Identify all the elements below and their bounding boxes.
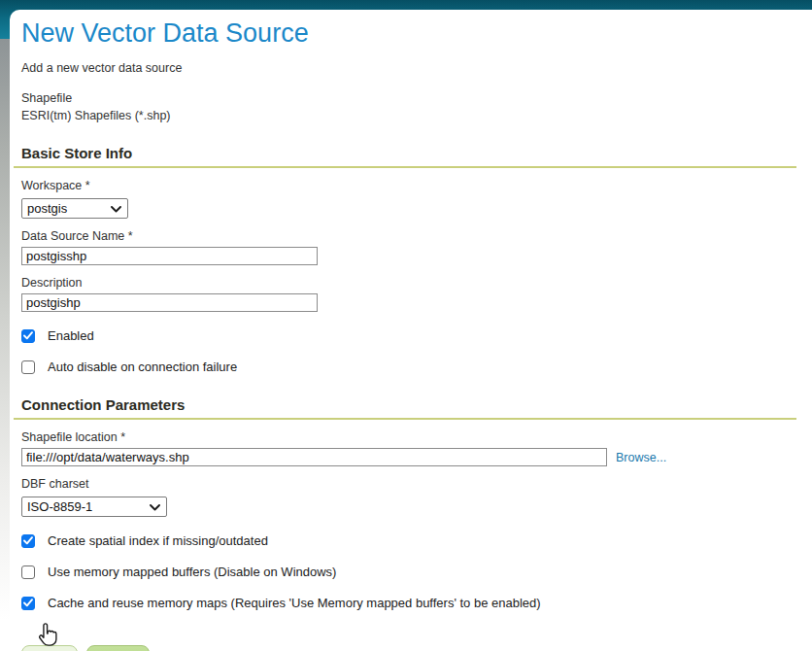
workspace-label: Workspace * [21, 179, 796, 192]
page-subtitle: Add a new vector data source [21, 61, 796, 75]
cache-memory-maps-row: Cache and reuse memory maps (Requires 'U… [21, 596, 796, 610]
auto-disable-checkbox[interactable] [21, 360, 35, 374]
description-input[interactable] [21, 293, 318, 312]
memory-mapped-checkbox-label[interactable]: Use memory mapped buffers (Disable on Wi… [48, 565, 336, 579]
store-type-name: Shapefile [21, 91, 796, 105]
check-icon [23, 331, 33, 340]
shapefile-location-label: Shapefile location * [21, 430, 796, 444]
enabled-row: Enabled [21, 328, 796, 343]
auto-disable-row: Auto disable on connection failure [21, 360, 796, 374]
cache-memory-maps-checkbox-label[interactable]: Cache and reuse memory maps (Requires 'U… [48, 596, 541, 610]
enabled-checkbox-label[interactable]: Enabled [48, 328, 94, 343]
page-left-shadow [0, 39, 10, 651]
enabled-checkbox[interactable] [21, 329, 35, 343]
apply-button[interactable]: Apply [86, 645, 149, 651]
workspace-select[interactable]: postgis [21, 198, 128, 219]
workspace-select-wrap: postgis [21, 198, 128, 219]
description-label: Description [21, 276, 796, 290]
check-icon [23, 536, 33, 545]
dbf-charset-label: DBF charset [21, 477, 796, 491]
page-title: New Vector Data Source [21, 17, 796, 49]
spatial-index-checkbox-label[interactable]: Create spatial index if missing/outdated [48, 533, 268, 548]
spatial-index-checkbox[interactable] [21, 534, 35, 548]
content-panel: New Vector Data Source Add a new vector … [10, 10, 812, 651]
spatial-index-row: Create spatial index if missing/outdated [21, 533, 796, 548]
shapefile-location-input[interactable] [21, 448, 607, 466]
data-source-name-input[interactable] [21, 247, 318, 265]
auto-disable-checkbox-label[interactable]: Auto disable on connection failure [48, 360, 237, 374]
check-icon [23, 599, 33, 607]
data-source-name-label: Data Source Name * [21, 229, 796, 243]
form-actions: Save Apply Cancel [21, 645, 796, 651]
dbf-charset-select-wrap: ISO-8859-1 [21, 497, 167, 517]
memory-mapped-row: Use memory mapped buffers (Disable on Wi… [21, 565, 796, 579]
save-button[interactable]: Save [21, 645, 78, 651]
store-type-description: ESRI(tm) Shapefiles (*.shp) [21, 109, 796, 122]
basic-store-info-heading: Basic Store Info [14, 145, 796, 168]
connection-parameters-heading: Connection Parameters [14, 396, 796, 420]
browse-link[interactable]: Browse... [616, 451, 666, 464]
shapefile-location-row: Browse... [21, 444, 796, 466]
dbf-charset-select[interactable]: ISO-8859-1 [21, 497, 167, 517]
cache-memory-maps-checkbox[interactable] [21, 597, 35, 610]
memory-mapped-checkbox[interactable] [21, 565, 35, 579]
